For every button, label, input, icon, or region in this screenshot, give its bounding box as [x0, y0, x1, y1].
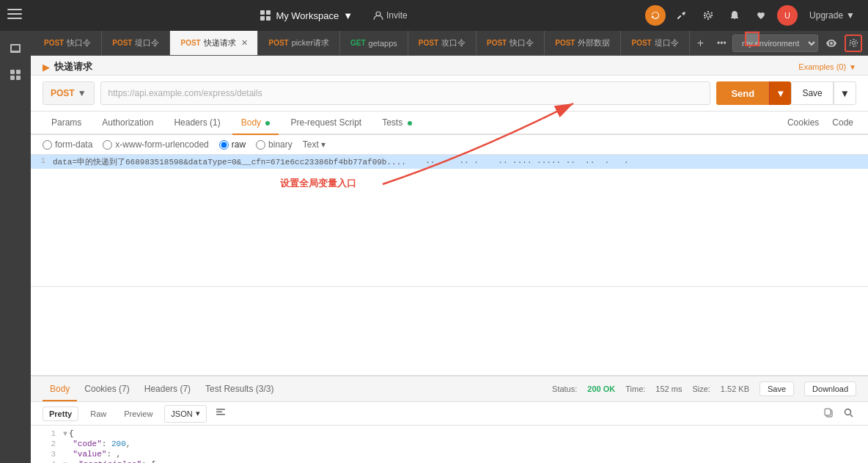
- json-format-dropdown[interactable]: JSON ▾: [164, 405, 206, 423]
- code-content-1: data=申的快递到了668983518598&dataType=0&__cfn…: [53, 156, 868, 167]
- format-icons-right: [821, 407, 856, 421]
- examples-dropdown-icon[interactable]: ▼: [849, 63, 856, 71]
- raw-format-tab[interactable]: Raw: [84, 407, 112, 420]
- pretty-tab[interactable]: Pretty: [43, 407, 78, 421]
- tab-1[interactable]: POST 快口令: [34, 31, 102, 56]
- tab-1-label: 快口令: [67, 37, 91, 48]
- json-response[interactable]: 1 ▼ { 2 "code": 200, 3 "value": , 4 ▼ "p…: [31, 426, 868, 463]
- form-data-option[interactable]: form-data: [43, 139, 92, 150]
- json-line-3: 3 "value": ,: [43, 449, 856, 459]
- res-testresults-tab[interactable]: Test Results (3/3): [198, 378, 281, 401]
- sidebar-icon-collection[interactable]: [4, 63, 27, 87]
- upgrade-dropdown-icon: ▼: [846, 10, 855, 21]
- tab-3-close[interactable]: ✕: [239, 37, 250, 48]
- env-section: my environment No Environment: [732, 34, 868, 52]
- method-select[interactable]: POST ▼: [43, 81, 95, 105]
- req-tab-right: Cookies Code: [784, 112, 856, 134]
- raw-radio[interactable]: [219, 140, 229, 150]
- text-format-dropdown[interactable]: Text ▾: [303, 139, 326, 150]
- json-format-label: JSON: [171, 409, 192, 418]
- tab-3[interactable]: POST 快递请求 ✕: [170, 31, 258, 56]
- nav-logo[interactable]: [7, 9, 22, 22]
- tab-8[interactable]: POST 外部数据: [545, 31, 621, 56]
- time-label: Time:: [625, 384, 645, 393]
- res-cookies-tab[interactable]: Cookies (7): [77, 378, 136, 401]
- left-sidebar: [0, 31, 31, 463]
- json-line-2: 2 "code": 200,: [43, 439, 856, 449]
- copy-icon[interactable]: [821, 407, 836, 421]
- download-button[interactable]: Download: [804, 382, 856, 396]
- code-link[interactable]: Code: [829, 112, 856, 134]
- tab-2[interactable]: POST 堤口令: [102, 31, 170, 56]
- url-input[interactable]: [100, 81, 711, 105]
- svg-rect-4: [7, 9, 22, 10]
- tab-6[interactable]: POST 攻口令: [408, 31, 477, 56]
- save-button[interactable]: Save: [791, 81, 833, 105]
- tab-5[interactable]: GET getapps: [340, 31, 408, 56]
- json-line-1: 1 ▼ {: [43, 429, 856, 439]
- auth-tab[interactable]: Authorization: [93, 112, 162, 135]
- svg-rect-5: [7, 13, 22, 15]
- res-format-bar: Pretty Raw Preview JSON ▾: [31, 402, 868, 426]
- more-tabs-button[interactable]: •••: [711, 31, 732, 56]
- tab-7-label: 快口令: [510, 37, 534, 48]
- jl-toggle-1[interactable]: ▼: [63, 430, 67, 438]
- status-value: 200 OK: [587, 384, 615, 393]
- svg-rect-0: [10, 70, 15, 74]
- env-settings-icon[interactable]: [845, 34, 862, 52]
- tab-9[interactable]: POST 堤口令: [621, 31, 689, 56]
- tests-tab[interactable]: Tests: [373, 112, 420, 135]
- save-response-button[interactable]: Save: [760, 382, 794, 396]
- params-tab[interactable]: Params: [43, 112, 90, 135]
- form-data-radio[interactable]: [43, 140, 52, 150]
- svg-rect-6: [7, 18, 22, 19]
- json-line-4: 4 ▼ "participles": [: [43, 459, 856, 463]
- sync-icon-btn[interactable]: [645, 5, 666, 26]
- raw-option[interactable]: raw: [219, 139, 246, 150]
- tab-4[interactable]: POST picker请求: [258, 31, 340, 56]
- body-tab[interactable]: Body: [232, 112, 279, 135]
- params-tab-label: Params: [51, 117, 81, 128]
- tab-7[interactable]: POST 快口令: [477, 31, 545, 56]
- settings-icon-btn[interactable]: [698, 5, 718, 26]
- svg-rect-8: [266, 10, 271, 15]
- request-body[interactable]: 1 data=申的快递到了668983518598&dataType=0&__c…: [31, 155, 868, 287]
- avatar[interactable]: U: [777, 5, 798, 26]
- svg-rect-3: [16, 76, 21, 80]
- res-body-tab[interactable]: Body: [43, 378, 77, 401]
- jl-content-2: "code": 200,: [63, 440, 130, 448]
- save-dropdown-button[interactable]: ▼: [834, 81, 856, 105]
- urlencoded-option[interactable]: x-www-form-urlencoded: [103, 139, 208, 150]
- env-select[interactable]: my environment No Environment: [732, 34, 818, 52]
- search-icon[interactable]: [841, 407, 856, 421]
- res-cookies-label: Cookies (7): [84, 384, 129, 394]
- align-icon[interactable]: [213, 406, 229, 421]
- send-button[interactable]: Send: [716, 81, 769, 105]
- wrench-icon-btn[interactable]: [672, 5, 692, 26]
- cookies-link[interactable]: Cookies: [784, 112, 822, 134]
- invite-button[interactable]: Invite: [367, 7, 413, 23]
- jl-content-1: {: [69, 429, 74, 438]
- binary-option[interactable]: binary: [256, 139, 293, 150]
- size-value: 1.52 KB: [721, 384, 749, 393]
- add-tab-button[interactable]: +: [690, 31, 711, 56]
- annotation-space: [31, 287, 868, 375]
- urlencoded-radio[interactable]: [103, 140, 112, 150]
- preview-tab[interactable]: Preview: [118, 407, 158, 420]
- svg-line-19: [850, 415, 853, 417]
- env-eye-icon[interactable]: [823, 34, 840, 52]
- prereq-tab[interactable]: Pre-request Script: [282, 112, 370, 135]
- bell-icon-btn[interactable]: [724, 5, 745, 26]
- heart-icon-btn[interactable]: [751, 5, 771, 26]
- workspace-button[interactable]: My Workspace ▼: [254, 7, 358, 24]
- tab-8-label: 外部数据: [578, 37, 610, 48]
- res-headers-tab[interactable]: Headers (7): [137, 378, 198, 401]
- headers-tab[interactable]: Headers (1): [165, 112, 229, 135]
- svg-rect-15: [216, 414, 225, 415]
- binary-radio[interactable]: [256, 140, 265, 150]
- send-dropdown-button[interactable]: ▼: [769, 81, 791, 105]
- tests-tab-dot: [408, 121, 412, 125]
- sidebar-icon-new[interactable]: [4, 37, 27, 60]
- upgrade-button[interactable]: Upgrade ▼: [803, 7, 861, 23]
- examples-link[interactable]: Examples (0): [798, 62, 846, 71]
